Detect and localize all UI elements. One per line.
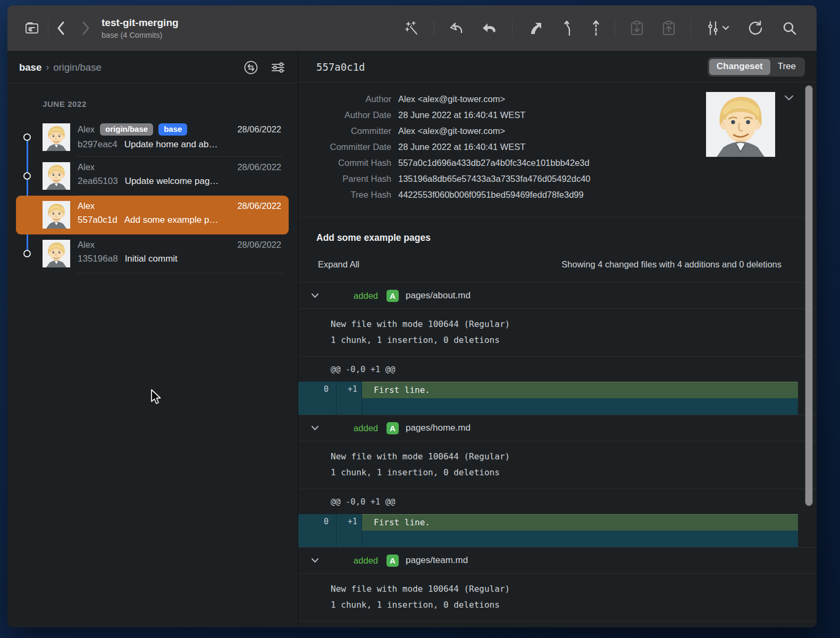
commit-message: Initial commit bbox=[125, 254, 178, 264]
avatar bbox=[43, 162, 70, 190]
file-header[interactable]: added A pages/about.md bbox=[298, 282, 817, 308]
file-section: added A pages/about.md New file with mod… bbox=[298, 282, 817, 415]
compare-branches-icon[interactable] bbox=[243, 60, 258, 75]
diff-added-line[interactable]: 0 +1 First line. bbox=[298, 514, 798, 531]
avatar bbox=[43, 201, 70, 229]
file-header[interactable]: added A pages/home.md bbox=[298, 415, 817, 441]
toolbar-divider bbox=[512, 20, 513, 36]
view-toggle: Changeset Tree bbox=[708, 57, 805, 77]
toolbar-divider bbox=[48, 20, 48, 36]
meta-label: Committer bbox=[298, 123, 391, 139]
commit-row-selected[interactable]: Alex 28/06/2022 557a0c1d Add some exampl… bbox=[16, 196, 289, 234]
app-window: test-git-merging base (4 Commits) bbox=[7, 5, 817, 627]
file-info: New file with mode 100644 (Regular) 1 ch… bbox=[298, 441, 817, 489]
old-line-number bbox=[298, 398, 337, 415]
meta-label: Author bbox=[298, 91, 391, 107]
avatar-chevron-down-icon[interactable] bbox=[784, 94, 794, 102]
hunk-header: @@ -0,0 +1 @@ bbox=[298, 489, 817, 514]
file-stats-line: 1 chunk, 1 insertion, 0 deletions bbox=[331, 597, 817, 613]
detail-header: 557a0c1d Changeset Tree bbox=[298, 52, 817, 82]
tab-tree[interactable]: Tree bbox=[770, 59, 803, 75]
empty-line bbox=[362, 531, 798, 547]
forward-button[interactable] bbox=[80, 20, 91, 36]
file-stats-line: 1 chunk, 1 insertion, 0 deletions bbox=[331, 465, 817, 481]
avatar bbox=[43, 123, 70, 151]
branch-merge-icon[interactable] bbox=[561, 19, 575, 37]
view-options-sliders-icon[interactable] bbox=[705, 20, 729, 37]
sidebar: base › origin/base bbox=[7, 52, 298, 627]
rebase-icon[interactable] bbox=[591, 19, 601, 37]
file-stats-line: 1 chunk, 1 insertion, 0 deletions bbox=[331, 332, 817, 348]
file-info: New file with mode 100644 (Regular) 1 ch… bbox=[298, 308, 817, 356]
meta-label: Parent Hash bbox=[298, 171, 391, 187]
changed-files-summary: Showing 4 changed files with 4 additions… bbox=[561, 259, 782, 270]
added-line-text: First line. bbox=[362, 382, 798, 398]
quick-actions-wand-icon[interactable] bbox=[404, 20, 420, 36]
apply-stash-icon[interactable] bbox=[661, 20, 677, 37]
diff-spacer-line bbox=[298, 398, 798, 415]
file-path[interactable]: pages/team.md bbox=[406, 555, 468, 566]
new-line-number: +1 bbox=[337, 382, 362, 398]
file-path[interactable]: pages/home.md bbox=[406, 423, 471, 433]
empty-line bbox=[362, 398, 798, 415]
commit-list: JUNE 2022 Alex origin/base base bbox=[7, 83, 298, 627]
commit-author: Alex bbox=[78, 162, 95, 172]
meta-value: 557a0c1d696a433db27a4b0fc34ce101bbb42e3d bbox=[398, 155, 817, 171]
collapse-chevron-icon[interactable] bbox=[311, 425, 320, 431]
file-added-badge: A bbox=[387, 290, 399, 302]
breadcrumb-upstream[interactable]: origin/base bbox=[53, 62, 102, 73]
diff-table: 0 +1 First line. bbox=[298, 514, 798, 547]
commit-row[interactable]: Alex origin/base base 28/06/2022 b297eac… bbox=[16, 118, 289, 157]
tab-changeset[interactable]: Changeset bbox=[709, 59, 770, 75]
local-branch-badge[interactable]: base bbox=[158, 123, 187, 136]
new-line-number bbox=[337, 398, 362, 415]
save-stash-icon[interactable] bbox=[629, 20, 645, 37]
branch-breadcrumb-bar: base › origin/base bbox=[7, 52, 298, 83]
revert-icon[interactable] bbox=[481, 20, 498, 37]
author-avatar bbox=[706, 92, 775, 157]
added-line-text: First line. bbox=[362, 514, 798, 531]
diff-spacer-line bbox=[298, 531, 798, 547]
toolbar-divider bbox=[691, 20, 691, 36]
collapse-chevron-icon[interactable] bbox=[311, 558, 320, 563]
file-header[interactable]: added A pages/team.md bbox=[298, 547, 817, 573]
detail-scroll-area[interactable]: Author Alex <alex@git-tower.com> Author … bbox=[298, 82, 817, 627]
file-section: added A pages/home.md New file with mode… bbox=[298, 415, 817, 547]
file-status: added bbox=[320, 291, 378, 301]
file-info: New file with mode 100644 (Regular) 1 ch… bbox=[298, 573, 817, 621]
breadcrumb-branch[interactable]: base bbox=[19, 62, 41, 73]
repo-folder-icon[interactable] bbox=[23, 20, 40, 37]
month-section-label: JUNE 2022 bbox=[43, 99, 87, 108]
old-line-number: 0 bbox=[298, 514, 337, 531]
commit-hash: 135196a8 bbox=[78, 254, 118, 264]
commit-hash: b297eac4 bbox=[78, 139, 117, 150]
refresh-icon[interactable] bbox=[747, 20, 763, 37]
remote-branch-badge[interactable]: origin/base bbox=[100, 123, 153, 136]
file-mode-line: New file with mode 100644 (Regular) bbox=[331, 316, 817, 332]
row-divider bbox=[77, 273, 283, 273]
commit-message: Add some example p… bbox=[124, 215, 219, 225]
commit-message-block: Add some example pages Expand All Showin… bbox=[298, 217, 817, 282]
file-path[interactable]: pages/about.md bbox=[406, 290, 471, 301]
search-icon[interactable] bbox=[782, 20, 797, 36]
toolbar-actions bbox=[404, 19, 797, 37]
desktop: { "window": { "title": "test-git-merging… bbox=[0, 0, 840, 638]
file-status: added bbox=[320, 556, 378, 566]
commit-message-title: Add some example pages bbox=[316, 232, 782, 244]
back-button[interactable] bbox=[56, 20, 66, 36]
commit-date: 28/06/2022 bbox=[237, 201, 281, 211]
list-filter-sliders-icon[interactable] bbox=[270, 60, 286, 75]
commit-row[interactable]: Alex 28/06/2022 2ea65103 Update welcome … bbox=[16, 157, 289, 196]
merge-arrow-icon[interactable] bbox=[526, 20, 543, 37]
diff-added-line[interactable]: 0 +1 First line. bbox=[298, 382, 798, 398]
file-section: added A pages/team.md New file with mode… bbox=[298, 547, 817, 627]
expand-all-button[interactable]: Expand All bbox=[316, 259, 359, 270]
scrollbar-thumb[interactable] bbox=[805, 85, 813, 506]
file-mode-line: New file with mode 100644 (Regular) bbox=[331, 449, 817, 465]
new-line-number bbox=[337, 531, 362, 547]
undo-icon[interactable] bbox=[448, 20, 465, 37]
collapse-chevron-icon[interactable] bbox=[311, 293, 320, 298]
commit-row[interactable]: Alex 28/06/2022 135196a8 Initial commit bbox=[16, 234, 289, 273]
toolbar: test-git-merging base (4 Commits) bbox=[7, 5, 817, 52]
avatar bbox=[43, 240, 70, 267]
